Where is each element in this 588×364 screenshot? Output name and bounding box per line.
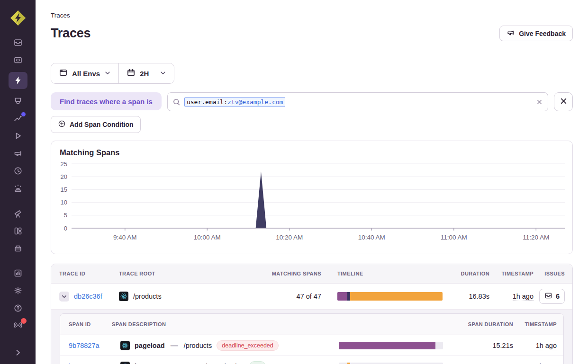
sidebar-item-alerts[interactable]	[9, 183, 27, 194]
col-trace-root: TRACE ROOT	[119, 271, 250, 276]
environment-value: All Envs	[72, 70, 100, 78]
spans-table: SPAN ID SPAN DESCRIPTION SPAN DURATION T…	[60, 313, 564, 364]
remove-condition-button[interactable]	[554, 92, 573, 111]
svg-text:10:40 AM: 10:40 AM	[358, 234, 385, 241]
whats-new-button[interactable]	[9, 320, 27, 331]
close-icon	[560, 97, 568, 107]
sidebar-item-replays[interactable]	[9, 130, 27, 142]
gear-icon	[13, 286, 23, 295]
matching-spans-value: 47 of 47	[250, 293, 330, 300]
breadcrumb[interactable]: Traces	[51, 12, 573, 19]
sidebar-nav	[9, 37, 27, 194]
span-search-input[interactable]: user.email:ztv@example.com	[167, 92, 548, 111]
svg-text:10:20 AM: 10:20 AM	[276, 234, 303, 241]
separator: —	[175, 362, 184, 364]
sidebar-nav-secondary	[9, 208, 27, 254]
notification-dot	[21, 318, 27, 324]
collapse-trace-button[interactable]	[59, 292, 69, 302]
sidebar-item-projects[interactable]	[9, 95, 27, 107]
traces-table: TRACE ID TRACE ROOT MATCHING SPANS TIMEL…	[51, 264, 573, 364]
window-icon	[59, 68, 68, 79]
history-clock-icon	[13, 166, 23, 176]
sidebar-item-explore[interactable]	[9, 54, 27, 66]
span-id-link[interactable]: b7a7e441	[69, 363, 100, 364]
col-span-duration: SPAN DURATION	[449, 321, 513, 327]
svg-text:25: 25	[61, 160, 67, 168]
svg-text:11:20 AM: 11:20 AM	[523, 234, 549, 241]
col-duration: DURATION	[447, 271, 489, 276]
sidebar-item-stats[interactable]	[9, 267, 27, 279]
siren-icon	[13, 184, 23, 193]
trace-id-link[interactable]: db26c36f	[74, 293, 102, 300]
environment-selector[interactable]: All Envs	[51, 63, 118, 83]
add-span-condition-button[interactable]: Add Span Condition	[51, 116, 141, 133]
megaphone-icon	[13, 149, 23, 158]
token-key: user.email:	[187, 98, 227, 106]
trace-root-label: /products	[133, 293, 162, 300]
filter-group: All Envs 2H	[51, 63, 174, 84]
svg-text:10:00 AM: 10:00 AM	[194, 234, 221, 241]
col-issues: ISSUES	[534, 271, 573, 276]
time-range-value: 2H	[140, 70, 149, 78]
collapse-sidebar-button[interactable]	[9, 347, 27, 358]
span-op: http.server	[135, 363, 170, 364]
sidebar-item-recent[interactable]	[9, 165, 27, 177]
chevron-right-icon	[14, 349, 22, 356]
chevron-down-icon	[160, 70, 166, 78]
span-timestamp: 1h ago	[536, 342, 557, 350]
help-button[interactable]	[9, 302, 27, 314]
sidebar-item-settings[interactable]	[9, 285, 27, 296]
give-feedback-label: Give Feedback	[519, 30, 566, 37]
traces-table-header: TRACE ID TRACE ROOT MATCHING SPANS TIMEL…	[51, 264, 572, 284]
svg-text:0: 0	[64, 225, 67, 232]
lightning-icon	[13, 76, 23, 85]
span-row: 9b78827a pageload — /products deadline_e…	[60, 335, 563, 356]
sidebar-item-issues[interactable]	[9, 37, 27, 48]
sidebar	[0, 0, 36, 364]
search-token[interactable]: user.email:ztv@example.com	[184, 97, 286, 107]
svg-text:10: 10	[61, 199, 67, 206]
col-timestamp: TIMESTAMP	[489, 271, 534, 276]
col-trace-id: TRACE ID	[51, 271, 119, 276]
separator: —	[170, 341, 179, 350]
react-icon	[120, 341, 130, 350]
archive-box-icon	[13, 244, 23, 253]
sidebar-item-releases[interactable]	[9, 243, 27, 254]
spotlight-bolt-logo	[9, 9, 27, 27]
trace-issues-button[interactable]: 6	[539, 289, 565, 304]
col-span-description: SPAN DESCRIPTION	[112, 321, 326, 327]
clear-search-icon[interactable]	[536, 98, 543, 106]
inbox-icon	[544, 292, 552, 301]
question-circle-icon	[13, 303, 23, 313]
projector-icon	[13, 96, 23, 106]
new-badge-dot	[21, 112, 26, 116]
time-range-selector[interactable]: 2H	[119, 63, 174, 83]
give-feedback-button[interactable]: Give Feedback	[499, 26, 573, 41]
span-status-badge: ok	[249, 361, 266, 364]
sidebar-item-insights[interactable]	[9, 113, 27, 124]
chevron-down-icon	[104, 70, 111, 78]
issues-count: 6	[556, 293, 560, 300]
span-row: b7a7e441 http.server — GET /organization…	[60, 356, 563, 364]
span-condition-label: Find traces where a span is	[51, 92, 162, 110]
sidebar-item-traces[interactable]	[9, 72, 27, 89]
code-folder-icon	[13, 55, 23, 65]
area-chart-svg: 05101520259:40 AM10:00 AM10:20 AM10:40 A…	[60, 158, 565, 244]
span-timestamp: 1h ago	[536, 363, 557, 364]
col-matching-spans: MATCHING SPANS	[250, 271, 330, 276]
sidebar-item-discover[interactable]	[9, 208, 27, 219]
app-logo[interactable]	[9, 9, 27, 27]
layout-icon	[13, 226, 23, 236]
plus-circle-icon	[58, 120, 66, 129]
matching-spans-card: Matching Spans 05101520259:40 AM10:00 AM…	[51, 141, 573, 254]
trace-timestamp: 1h ago	[513, 293, 534, 301]
spans-table-header: SPAN ID SPAN DESCRIPTION SPAN DURATION T…	[60, 314, 563, 335]
trace-duration: 16.83s	[447, 293, 489, 300]
span-description: GET /organization	[189, 363, 244, 364]
sidebar-item-feedback[interactable]	[9, 148, 27, 159]
span-id-link[interactable]: 9b78827a	[69, 342, 100, 349]
sidebar-item-dashboards[interactable]	[9, 225, 27, 237]
svg-text:15: 15	[61, 186, 67, 193]
telescope-icon	[13, 209, 23, 218]
svg-text:5: 5	[64, 212, 67, 219]
